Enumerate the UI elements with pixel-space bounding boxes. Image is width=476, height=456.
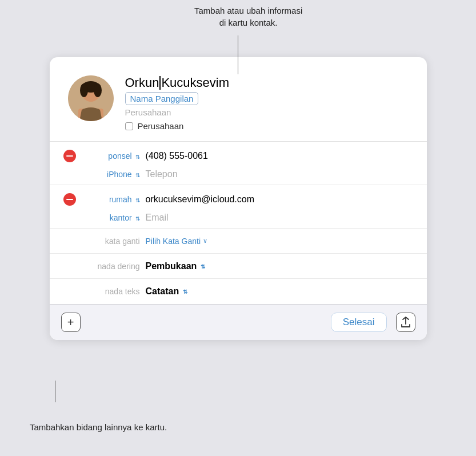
nada-teks-stepper[interactable]: ⇅ <box>183 289 187 295</box>
remove-placeholder-kata-ganti <box>63 235 76 247</box>
first-name[interactable]: Orkun <box>125 75 159 90</box>
email-label-2[interactable]: kantor ⇅ <box>110 213 140 222</box>
email-label-1[interactable]: rumah ⇅ <box>109 195 140 204</box>
tooltip-line-top <box>238 35 238 74</box>
avatar <box>68 75 114 121</box>
phone-value-1[interactable]: (408) 555-0061 <box>146 151 413 161</box>
contact-card: Orkun Kucuksevim Nama Panggilan Perusaha… <box>50 57 427 340</box>
company-field[interactable]: Perusahaan <box>125 107 230 118</box>
remove-phone-button[interactable] <box>63 150 76 162</box>
tooltip-bottom: Tambahkan bidang lainnya ke kartu. <box>30 422 167 432</box>
add-field-button[interactable]: + <box>61 313 81 332</box>
company-checkbox[interactable] <box>125 122 133 130</box>
phone-stepper-1[interactable]: ⇅ <box>135 154 140 160</box>
company-checkbox-label: Perusahaan <box>138 121 184 131</box>
phone-label-1[interactable]: ponsel ⇅ <box>108 151 139 161</box>
email-row-1: rumah ⇅ orkucuksevim@icloud.com <box>50 185 427 210</box>
phone-row-2: iPhone ⇅ Telepon <box>50 167 427 185</box>
share-button[interactable] <box>396 313 415 332</box>
last-name[interactable]: Kucuksevim <box>161 75 229 90</box>
cursor <box>159 76 161 90</box>
remove-placeholder-nada-teks <box>63 285 76 298</box>
toolbar-left: + <box>61 313 81 332</box>
nada-teks-row: nada teks Catatan ⇅ <box>50 279 427 304</box>
phone-group: ponsel ⇅ (408) 555-0061 iPhone ⇅ Telepon <box>50 142 427 185</box>
svg-point-3 <box>80 83 88 97</box>
nada-dering-stepper[interactable]: ⇅ <box>201 263 205 270</box>
phone-value-2-placeholder[interactable]: Telepon <box>146 169 413 179</box>
company-checkbox-row: Perusahaan <box>125 121 230 131</box>
fields-section: ponsel ⇅ (408) 555-0061 iPhone ⇅ Telepon <box>50 142 427 304</box>
phone-label-2[interactable]: iPhone ⇅ <box>107 170 139 179</box>
nickname-field[interactable]: Nama Panggilan <box>125 94 230 104</box>
nada-dering-value[interactable]: Pembukaan ⇅ <box>146 261 205 271</box>
kata-ganti-chevron: ∨ <box>203 237 207 245</box>
email-row-2: kantor ⇅ Email <box>50 210 427 228</box>
nada-teks-value[interactable]: Catatan ⇅ <box>146 286 187 297</box>
email-value-1[interactable]: orkucuksevim@icloud.com <box>146 194 413 205</box>
phone-stepper-2[interactable]: ⇅ <box>135 172 140 178</box>
email-group: rumah ⇅ orkucuksevim@icloud.com kantor ⇅… <box>50 185 427 229</box>
nada-dering-row: nada dering Pembukaan ⇅ <box>50 254 427 279</box>
kata-ganti-label: kata ganti <box>105 237 140 246</box>
done-button[interactable]: Selesai <box>331 313 387 332</box>
name-row: Orkun Kucuksevim <box>125 75 230 90</box>
remove-placeholder-nada-dering <box>63 260 76 273</box>
email-stepper-2[interactable]: ⇅ <box>135 215 140 222</box>
email-value-2-placeholder[interactable]: Email <box>146 213 413 223</box>
email-stepper-1[interactable]: ⇅ <box>135 197 140 203</box>
phone-row-1: ponsel ⇅ (408) 555-0061 <box>50 142 427 167</box>
kata-ganti-value[interactable]: Pilih Kata Ganti ∨ <box>146 237 208 246</box>
remove-email-button[interactable] <box>63 193 76 206</box>
nada-dering-label: nada dering <box>98 262 140 271</box>
kata-ganti-row: kata ganti Pilih Kata Ganti ∨ <box>50 229 427 254</box>
name-section: Orkun Kucuksevim Nama Panggilan Perusaha… <box>125 73 230 131</box>
svg-point-4 <box>94 83 102 97</box>
tooltip-line-bottom <box>55 381 55 402</box>
nada-teks-label: nada teks <box>105 287 140 296</box>
tooltip-top: Tambah atau ubah informasi di kartu kont… <box>194 5 302 29</box>
toolbar-right: Selesai <box>331 313 415 332</box>
toolbar: + Selesai <box>50 304 427 340</box>
